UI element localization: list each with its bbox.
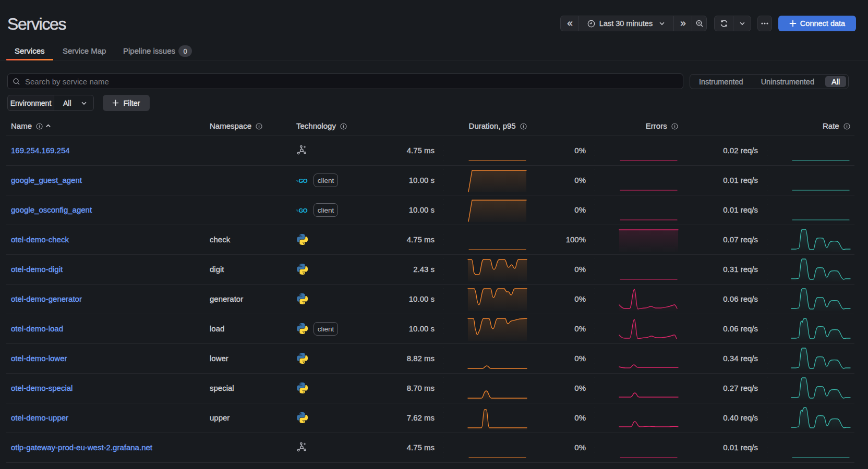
svg-text:GO: GO bbox=[299, 178, 308, 184]
svg-text:GO: GO bbox=[299, 208, 308, 214]
